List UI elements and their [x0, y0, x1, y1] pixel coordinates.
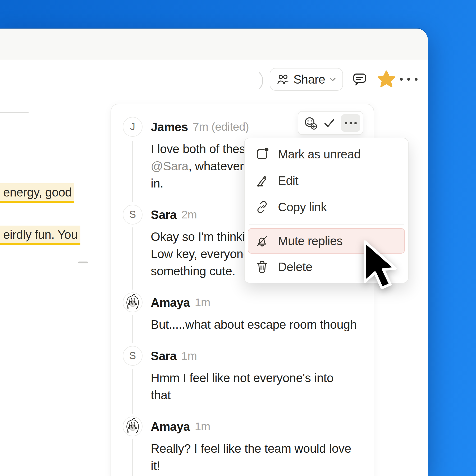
- comment-more-button-active[interactable]: [341, 114, 360, 132]
- avatar: J: [123, 117, 143, 137]
- comment: Amaya1mBut.....what about escape room th…: [111, 292, 368, 333]
- trash-icon: [255, 260, 269, 274]
- star-icon: [378, 70, 395, 88]
- app-window: Share energy, good eirdly fun. You: [0, 29, 428, 476]
- comment-timestamp: 7m: [193, 120, 208, 133]
- menu-item-label: Edit: [278, 173, 298, 188]
- comment-author: Sara: [151, 349, 177, 363]
- comment-meta: Amaya1m: [151, 292, 357, 312]
- comment-hover-actions: [298, 111, 363, 135]
- menu-item-copy-link[interactable]: Copy link: [245, 194, 408, 220]
- comment-body: But.....what about escape room though: [151, 316, 357, 333]
- comment-author: Amaya: [151, 295, 190, 310]
- window-header-strip: [0, 29, 428, 60]
- avatar-initial: J: [130, 121, 135, 132]
- menu-divider: [249, 224, 404, 225]
- mouse-cursor: [361, 239, 400, 294]
- comment-text: in.: [151, 176, 163, 190]
- share-button[interactable]: Share: [270, 68, 343, 91]
- comment-text: But.....what about escape room though: [151, 318, 357, 331]
- avatar: S: [123, 205, 143, 225]
- comment-edited-flag: (edited): [211, 120, 249, 133]
- menu-item-label: Mute replies: [278, 234, 343, 248]
- copy-link-icon: [255, 200, 269, 214]
- avatar: [123, 292, 143, 312]
- add-reaction-icon[interactable]: [304, 116, 317, 130]
- comment-author: Sara: [151, 208, 177, 222]
- more-horizontal-icon: [400, 78, 418, 81]
- comment: SSara1mHmm I feel like not everyone's in…: [111, 346, 368, 404]
- comment-meta: Amaya1m: [151, 416, 351, 436]
- avatar-initial: S: [129, 209, 136, 220]
- comment-text: something cute.: [151, 264, 235, 278]
- comment-meta: James7m(edited): [151, 117, 301, 137]
- comment-author: Amaya: [151, 419, 190, 434]
- mute-bell-icon: [255, 234, 269, 248]
- comment-bubble-icon: [352, 72, 367, 87]
- menu-item-label: Copy link: [278, 200, 327, 214]
- chevron-down-icon: [329, 76, 336, 82]
- avatar: [123, 416, 143, 436]
- comment-body: Really? I feel like the team would lovei…: [151, 440, 351, 474]
- avatar-doodle-face: [123, 417, 142, 436]
- comment-timestamp: 1m: [181, 349, 197, 362]
- comment-author: James: [151, 120, 188, 134]
- people-icon: [276, 74, 290, 85]
- doc-highlighted-text[interactable]: eirdly fun. You: [0, 226, 80, 245]
- share-button-label: Share: [293, 72, 325, 86]
- comment-body: Hmm I feel like not everyone's intothat: [151, 369, 333, 404]
- comment-meta: Sara1m: [151, 346, 333, 366]
- resolve-check-icon[interactable]: [323, 117, 335, 129]
- menu-item-label: Mark as unread: [278, 147, 361, 161]
- edit-icon: [255, 174, 269, 187]
- presence-avatar-edge: [253, 70, 269, 94]
- comment-text: it!: [151, 459, 160, 473]
- comments-button[interactable]: [352, 72, 367, 87]
- comment-timestamp: 2m: [181, 208, 197, 221]
- comment-timestamp: 1m: [195, 420, 210, 433]
- menu-item-label: Delete: [278, 260, 312, 274]
- favorite-button[interactable]: [378, 70, 395, 88]
- doc-highlighted-text[interactable]: energy, good: [0, 183, 74, 203]
- window-more-button[interactable]: [400, 78, 418, 81]
- menu-item-edit[interactable]: Edit: [245, 167, 408, 194]
- comment: Amaya1mReally? I feel like the team woul…: [111, 416, 368, 474]
- avatar: S: [123, 346, 143, 366]
- comment-text: Really? I feel like the team would love: [151, 442, 351, 455]
- doc-dash-mark: [78, 262, 88, 263]
- user-mention[interactable]: @Sara: [151, 159, 188, 173]
- avatar-initial: S: [129, 350, 136, 361]
- mark-unread-icon: [255, 147, 269, 161]
- comment-text: Hmm I feel like not everyone's into: [151, 371, 333, 385]
- menu-item-mark-as-unread[interactable]: Mark as unread: [245, 141, 408, 167]
- comment-text: that: [151, 388, 171, 402]
- avatar-doodle-face: [123, 293, 142, 312]
- comment-timestamp: 1m: [195, 296, 210, 309]
- doc-divider-line: [0, 112, 29, 113]
